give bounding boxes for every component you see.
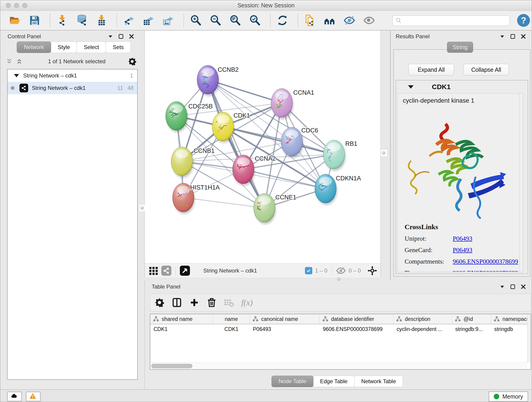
collapse-all-button[interactable]: Collapse All (463, 64, 509, 75)
network-node-CCNA1[interactable]: CCNA1 (271, 89, 314, 119)
network-node-RB1[interactable]: RB1 (323, 140, 357, 171)
search-input[interactable] (393, 15, 510, 26)
add-column-icon[interactable] (189, 297, 200, 308)
tab-sets[interactable]: Sets (106, 41, 131, 53)
save-session-icon[interactable] (29, 14, 41, 26)
tab-node-table[interactable]: Node Table (272, 376, 313, 387)
tree-caret-icon[interactable] (14, 74, 19, 77)
zoom-in-icon[interactable] (190, 14, 202, 26)
left-splitter-handle[interactable] (140, 206, 144, 210)
network-node-HIST1H1A[interactable]: HIST1H1A (172, 183, 220, 214)
tab-string[interactable]: String (447, 42, 473, 53)
selected-count: 1 – 0 (315, 268, 327, 274)
svg-text:CCNB1: CCNB1 (194, 147, 215, 154)
hidden-eye-slash-icon[interactable] (336, 266, 346, 276)
export-image-icon[interactable] (162, 14, 174, 26)
network-node-CDK1[interactable]: CDK1 (212, 112, 250, 143)
network-edge[interactable] (183, 198, 264, 208)
apply-layout-icon[interactable] (277, 14, 288, 26)
duplicate-network-icon[interactable] (304, 14, 316, 26)
open-in-new-icon[interactable] (180, 266, 190, 276)
memory-button[interactable]: Memory (489, 391, 528, 402)
network-row[interactable]: String Network – cdk1 11 48 (7, 82, 137, 94)
entry-caret-icon[interactable] (408, 85, 413, 89)
svg-text:CDKN1A: CDKN1A (336, 175, 361, 182)
tab-select[interactable]: Select (76, 41, 106, 53)
network-node-CCNE1[interactable]: CCNE1 (254, 193, 297, 224)
open-session-icon[interactable] (9, 14, 21, 26)
results-scrollbar[interactable] (519, 94, 523, 272)
network-canvas[interactable]: CCNB2 CCNA1 CDC25B CDK1 CDC6 RB1 CCNB1 (145, 31, 381, 263)
column-header-name[interactable]: name (213, 314, 250, 324)
import-network-file-icon[interactable] (56, 14, 68, 26)
birds-eye-grid-icon[interactable] (148, 266, 158, 276)
network-edge[interactable] (243, 169, 326, 189)
column-header-@id[interactable]: @id (452, 314, 491, 324)
zoom-fit-icon[interactable] (229, 14, 241, 26)
table-options-gear-icon[interactable] (154, 297, 165, 308)
panel-float-icon[interactable] (510, 33, 516, 39)
network-node-CDC6[interactable]: CDC6 (281, 127, 318, 158)
expand-all-icon[interactable] (16, 58, 23, 65)
network-share-icon[interactable] (161, 266, 171, 276)
show-hidden-icon[interactable] (363, 14, 375, 26)
import-network-database-icon[interactable] (76, 14, 88, 26)
network-node-CDKN1A[interactable]: CDKN1A (315, 174, 361, 205)
pan-crosshair-icon[interactable] (367, 266, 377, 276)
network-collection-row[interactable]: String Network – cdk1 1 (7, 70, 137, 82)
column-header-canonical-name[interactable]: canonical name (250, 314, 320, 324)
scrollbar-thumb[interactable] (151, 364, 192, 368)
svg-text:CCNA2: CCNA2 (255, 155, 276, 162)
export-table-icon[interactable] (143, 14, 155, 26)
tab-style[interactable]: Style (51, 41, 77, 53)
help-button[interactable]: ? (517, 14, 530, 27)
tab-network-table[interactable]: Network Table (354, 376, 403, 387)
import-table-icon[interactable] (95, 14, 108, 26)
zoom-out-icon[interactable] (210, 14, 222, 26)
panel-close-icon[interactable] (520, 33, 526, 39)
panel-float-icon[interactable] (510, 284, 516, 290)
column-header-shared-name[interactable]: shared name (150, 314, 213, 324)
panel-close-icon[interactable] (520, 284, 526, 290)
network-node-CCNB2[interactable]: CCNB2 (197, 65, 239, 96)
column-header-description[interactable]: description (393, 314, 452, 324)
crosslink-link[interactable]: P06493 (453, 246, 472, 254)
column-label: description (405, 316, 430, 322)
table-vertical-scrollbar[interactable] (527, 314, 531, 362)
expand-all-button[interactable]: Expand All (409, 64, 454, 75)
tab-network[interactable]: Network (17, 41, 51, 53)
panel-menu-icon[interactable] (108, 33, 114, 39)
selected-nodes-checkbox[interactable] (305, 267, 312, 274)
export-network-icon[interactable] (123, 14, 135, 26)
crosslink-link[interactable]: 9606.ENSP00000378699 (453, 258, 518, 265)
show-columns-icon[interactable] (172, 297, 182, 308)
column-header-namespace[interactable]: namespace (491, 314, 531, 324)
network-node-CDC25B[interactable]: CDC25B (166, 102, 213, 133)
panel-close-icon[interactable] (128, 33, 134, 39)
hide-selected-icon[interactable] (343, 14, 355, 26)
column-type-icon (253, 316, 259, 322)
crosslink-link[interactable]: P06493 (453, 235, 472, 242)
hidden-count: 0 – 0 (349, 268, 361, 274)
function-builder-icon: f(x) (241, 298, 253, 307)
horizontal-splitter-handle[interactable] (337, 277, 341, 281)
application-window: Session: New Session ? Control Panel Net… (0, 0, 532, 402)
panel-menu-icon[interactable] (499, 33, 505, 39)
show-all-networks-icon[interactable] (324, 14, 336, 26)
tab-edge-table[interactable]: Edge Table (313, 376, 355, 387)
crosslink-link[interactable]: 9606.ENSP00000378699 (453, 269, 518, 272)
warnings-button[interactable] (26, 392, 41, 401)
delete-column-icon[interactable] (206, 297, 217, 308)
panel-menu-icon[interactable] (499, 284, 505, 290)
network-options-gear-icon[interactable] (128, 57, 137, 66)
column-header-database-identifier[interactable]: database identifier (320, 314, 393, 324)
delete-table-icon (224, 297, 234, 308)
collapse-all-icon[interactable] (6, 58, 13, 65)
string-network-graph[interactable]: CCNB2 CCNA1 CDC25B CDK1 CDC6 RB1 CCNB1 (145, 31, 381, 263)
panel-float-icon[interactable] (118, 33, 124, 39)
zoom-selected-icon[interactable] (249, 14, 261, 26)
cloud-status-button[interactable] (7, 392, 22, 401)
right-splitter-handle[interactable] (382, 151, 385, 155)
table-horizontal-scrollbar[interactable] (150, 362, 527, 369)
table-row[interactable]: CDK1CDK1P064939606.ENSP00000378699cyclin… (150, 324, 531, 334)
